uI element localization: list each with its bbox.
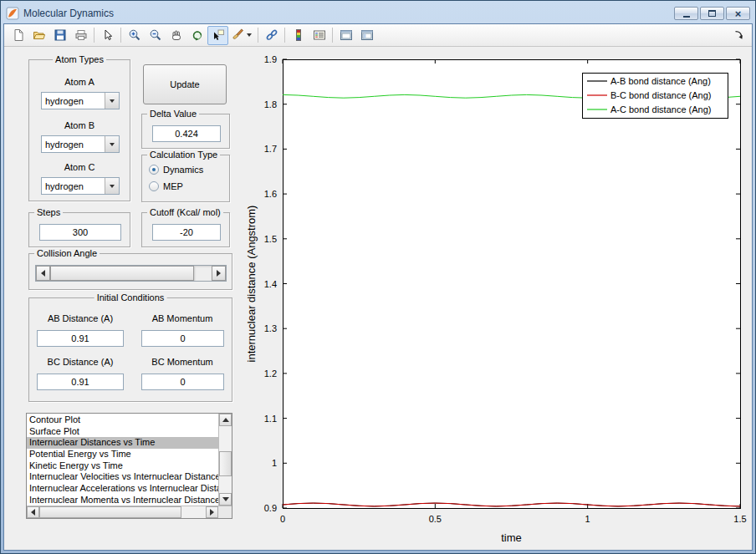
atom-c-dropdown[interactable]: hydrogen [41,177,120,195]
hide-plot-tools-icon [340,28,353,42]
x-tick-label: 1.5 [733,514,746,524]
zoom-in-icon [128,28,141,42]
atom-b-dropdown[interactable]: hydrogen [41,135,120,153]
app-icon [6,7,19,20]
bc-momentum-field[interactable]: 0 [141,374,224,390]
print-figure-button[interactable] [70,26,91,45]
slider-track[interactable] [194,266,212,281]
arrow-left-icon [31,509,35,516]
scroll-left-button[interactable] [27,506,39,518]
list-item[interactable]: Internuclear Velocities vs Internuclear … [27,471,218,483]
toolbar-separator [258,28,258,43]
atom-types-title: Atom Types [53,54,106,64]
horizontal-scroll-thumb[interactable] [39,506,181,518]
vertical-scroll-track[interactable] [219,426,232,493]
new-figure-button[interactable] [8,26,28,45]
show-plot-tools-icon [360,28,374,42]
calculation-type-panel: Calculation Type Dynamics MEP [141,155,230,202]
minimize-button[interactable] [674,7,698,20]
dock-figure-button[interactable] [728,26,748,45]
radio-mep[interactable]: MEP [149,181,183,191]
maximize-button[interactable] [700,7,724,20]
slider-thumb[interactable] [50,266,194,281]
arrow-left-icon [41,270,45,277]
listbox-items: Contour Plot Surface Plot Internuclear D… [27,414,218,506]
link-plot-button[interactable] [261,26,282,45]
show-plot-tools-button[interactable] [356,26,377,45]
brush-data-button[interactable] [228,26,255,45]
rotate-3d-button[interactable] [186,26,207,45]
window-title: Molecular Dynamics [23,8,672,19]
radio-dynamics-circle[interactable] [149,165,159,175]
atom-a-dropdown[interactable]: hydrogen [41,92,120,109]
insert-legend-button[interactable] [309,26,329,45]
y-tick-label: 1.7 [264,144,277,154]
vertical-scroll-thumb[interactable] [219,451,232,476]
ab-distance-label: AB Distance (A) [29,313,131,323]
list-item[interactable]: Kinetic Energy vs Time [27,460,218,472]
edit-plot-button[interactable] [97,26,118,45]
slider-left-arrow[interactable] [36,266,50,281]
chevron-down-icon [110,143,115,146]
update-button[interactable]: Update [143,64,227,104]
collision-angle-panel: Collision Angle [28,253,232,290]
atom-a-dropdown-button[interactable] [105,93,119,109]
atom-a-label: Atom A [29,77,130,87]
y-tick-label: 1.1 [264,414,277,424]
delta-value-field[interactable]: 0.424 [152,125,221,142]
list-item[interactable]: Potential Energy vs Time [27,449,218,460]
data-cursor-button[interactable] [207,26,228,45]
legend-label: A-C bond distance (Ang) [610,104,711,114]
toolbar-separator [284,28,285,43]
save-figure-icon [54,28,67,42]
atom-c-dropdown-button[interactable] [105,178,119,194]
cutoff-field[interactable]: -20 [152,224,221,241]
arrow-right-icon [210,509,214,516]
list-item[interactable]: Internuclear Accelerations vs Internucle… [27,483,218,495]
scroll-up-button[interactable] [219,414,232,426]
bc-distance-field[interactable]: 0.91 [37,374,124,390]
y-tick-label: 1.3 [264,323,277,333]
list-item[interactable]: Surface Plot [27,426,218,438]
atom-c-value: hydrogen [42,178,105,194]
list-item[interactable]: Internuclear Distances vs Time [27,437,218,449]
horizontal-scrollbar[interactable] [27,506,218,518]
brush-dropdown-caret-icon[interactable] [247,33,252,37]
content-area: Atom Types Atom A hydrogen Atom B hydrog… [4,47,752,550]
steps-title: Steps [34,207,63,217]
pan-button[interactable] [166,26,186,45]
close-button[interactable]: × [726,7,750,20]
list-item[interactable]: Internuclear Momenta vs Internuclear Dis… [27,495,218,506]
insert-colorbar-button[interactable] [288,26,309,45]
atom-b-dropdown-button[interactable] [105,136,119,152]
scrollbar-corner [218,506,232,518]
horizontal-scroll-track[interactable] [181,506,206,518]
y-axis-label: internuclear distance (Angstrom) [245,206,258,363]
calculation-type-title: Calculation Type [147,150,220,160]
toolbar-separator [332,28,333,43]
zoom-out-button[interactable] [145,26,166,45]
scroll-down-button[interactable] [219,493,232,506]
toolbar-separator [94,28,94,43]
radio-mep-label: MEP [163,181,183,191]
collision-angle-slider[interactable] [35,265,227,282]
bc-distance-label: BC Distance (A) [29,357,131,367]
zoom-in-button[interactable] [124,26,145,45]
vertical-scrollbar[interactable] [218,414,232,506]
steps-field[interactable]: 300 [39,224,121,241]
open-file-button[interactable] [28,26,49,45]
horizontal-scrollbar-wrap [27,506,232,518]
window-inner: Atom Types Atom A hydrogen Atom B hydrog… [3,23,753,551]
data-cursor-icon [212,28,225,42]
ab-momentum-field[interactable]: 0 [141,330,224,347]
slider-right-arrow[interactable] [212,266,226,281]
radio-mep-circle[interactable] [149,181,159,191]
hide-plot-tools-button[interactable] [335,26,356,45]
legend-label: B-C bond distance (Ang) [610,90,711,100]
axes-box [283,59,740,508]
list-item[interactable]: Contour Plot [27,414,218,426]
scroll-right-button[interactable] [206,506,218,518]
radio-dynamics[interactable]: Dynamics [149,165,203,175]
save-figure-button[interactable] [49,26,70,45]
ab-distance-field[interactable]: 0.91 [37,330,124,347]
